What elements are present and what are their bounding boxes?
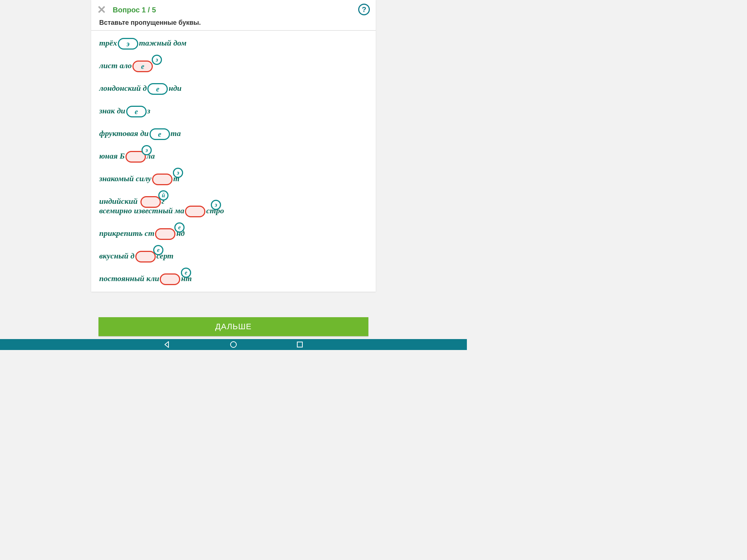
next-button[interactable]: ДАЛЬШЕ xyxy=(98,317,368,336)
exercise-line: прикрепить стнде xyxy=(99,228,368,240)
line-text-pre: лондонский д xyxy=(99,83,147,93)
answer-pill[interactable]: е xyxy=(132,61,153,72)
line-text-pre: юная Б xyxy=(99,151,125,160)
correct-answer-badge: е xyxy=(181,268,191,278)
line-text-post: тажный дом xyxy=(139,38,186,47)
instruction-text: Вставьте пропущенные буквы. xyxy=(91,19,376,30)
exercise-line: лист алоеэ xyxy=(99,61,368,72)
line-text-pre: фруктовая ди xyxy=(99,129,149,138)
line-text-pre: прикрепить ст xyxy=(99,229,154,238)
line-text-pre: вкусный д xyxy=(99,251,135,260)
line-text-pre: трёх xyxy=(99,38,117,47)
line-text-post: нди xyxy=(169,83,181,93)
answer-pill[interactable]: э xyxy=(118,38,138,50)
correct-answer-badge: э xyxy=(211,200,221,210)
line-text-pre: всемирно известный ма xyxy=(99,206,184,215)
exercise-line: всемирно известный мастроэ xyxy=(99,206,368,217)
line-text-pre: индийский xyxy=(99,197,140,206)
exercise-line: фруктовая диета xyxy=(99,128,368,140)
correct-answer-badge: е xyxy=(174,222,185,233)
exercise-line: юная Блаэ xyxy=(99,151,368,163)
correct-answer-badge: э xyxy=(142,145,152,155)
exercise-line: вкусный дсерте xyxy=(99,251,368,262)
exercise-line: знакомый силутэ xyxy=(99,174,368,185)
exercise-line: знак диез xyxy=(99,106,368,117)
answer-pill[interactable]: е xyxy=(150,128,170,140)
answer-pill[interactable]: е xyxy=(147,83,168,95)
correct-answer-badge: й xyxy=(158,190,169,201)
exercise-content: трёхэтажный домлист алоеэлондонский денд… xyxy=(91,31,376,292)
correct-answer-badge: э xyxy=(173,168,183,178)
line-text-post: з xyxy=(147,106,151,115)
header: ✕ Вопрос 1 / 5 ? xyxy=(91,0,376,19)
line-text-pre: знакомый силу xyxy=(99,174,151,183)
answer-pill[interactable]: е xyxy=(126,106,147,117)
question-counter: Вопрос 1 / 5 xyxy=(113,6,156,14)
line-text-pre: постоянный кли xyxy=(99,274,159,283)
answer-pill[interactable] xyxy=(152,174,173,185)
line-text-pre: лист ало xyxy=(99,61,132,70)
line-text-post: та xyxy=(171,129,181,138)
answer-pill[interactable] xyxy=(185,206,205,217)
help-icon[interactable]: ? xyxy=(358,4,370,15)
exercise-line: постоянный клинте xyxy=(99,273,368,285)
answer-pill[interactable] xyxy=(135,251,156,262)
quiz-card: ✕ Вопрос 1 / 5 ? Вставьте пропущенные бу… xyxy=(91,0,376,292)
exercise-line: лондонский денди xyxy=(99,83,368,95)
exercise-line: трёхэтажный дом xyxy=(99,38,368,50)
home-icon[interactable] xyxy=(229,341,237,349)
answer-pill[interactable] xyxy=(160,273,180,285)
svg-rect-1 xyxy=(297,342,302,347)
answer-pill[interactable] xyxy=(155,228,175,240)
back-icon[interactable] xyxy=(163,341,171,349)
correct-answer-badge: е xyxy=(153,245,163,255)
recent-apps-icon[interactable] xyxy=(296,341,304,349)
svg-point-0 xyxy=(231,342,236,347)
close-icon[interactable]: ✕ xyxy=(97,4,106,15)
android-navbar xyxy=(0,339,467,350)
correct-answer-badge: э xyxy=(152,55,162,65)
line-text-pre: знак ди xyxy=(99,106,125,115)
